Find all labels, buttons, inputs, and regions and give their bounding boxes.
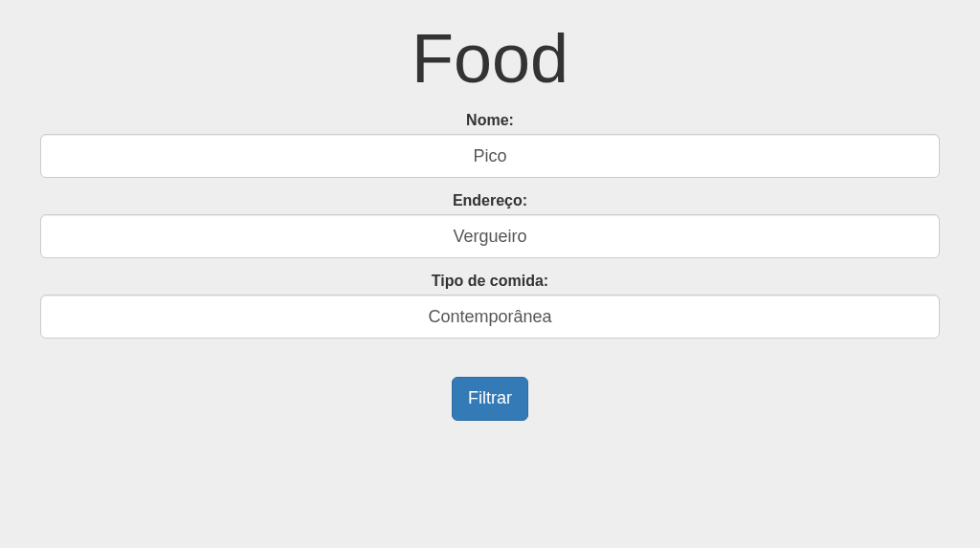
form-group-tipo: Tipo de comida: (40, 273, 940, 339)
button-row: Filtrar (40, 377, 940, 421)
endereco-input[interactable] (40, 214, 940, 258)
tipo-input[interactable] (40, 295, 940, 339)
filtrar-button[interactable]: Filtrar (452, 377, 528, 421)
nome-input[interactable] (40, 134, 940, 178)
nome-label: Nome: (40, 112, 940, 129)
form-group-endereco: Endereço: (40, 192, 940, 258)
page-title: Food (40, 19, 940, 98)
main-container: Food Nome: Endereço: Tipo de comida: Fil… (26, 19, 954, 421)
tipo-label: Tipo de comida: (40, 273, 940, 290)
endereco-label: Endereço: (40, 192, 940, 209)
form-group-nome: Nome: (40, 112, 940, 178)
